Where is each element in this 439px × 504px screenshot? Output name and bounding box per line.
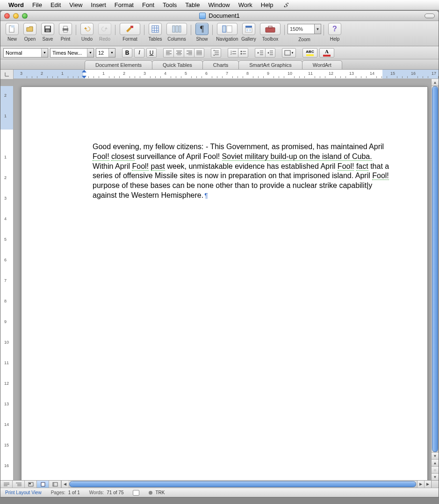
navigation-button[interactable]: Navigation: [216, 23, 239, 42]
align-justify-button[interactable]: [194, 48, 204, 58]
first-line-indent-marker[interactable]: [82, 70, 86, 72]
outline-view-button[interactable]: [13, 481, 25, 488]
notebook-view-button[interactable]: [49, 481, 61, 488]
hscroll-thumb[interactable]: [69, 481, 416, 487]
next-page-button[interactable]: ▼: [432, 473, 439, 480]
bold-button[interactable]: B: [122, 48, 132, 58]
tab-quick-tables[interactable]: Quick Tables: [152, 60, 203, 69]
vscroll-track[interactable]: [432, 86, 439, 452]
zoom-input[interactable]: 150%: [288, 24, 315, 34]
page-canvas[interactable]: Good evening, my fellow citizens: - This…: [14, 79, 431, 480]
show-button[interactable]: ¶Show: [194, 23, 210, 42]
borders-button[interactable]: ▼: [282, 48, 296, 58]
format-button[interactable]: Format: [118, 23, 142, 42]
words-status[interactable]: Words:71 of 75: [89, 490, 124, 495]
redo-button[interactable]: Redo: [97, 23, 113, 42]
gallery-button[interactable]: Gallery: [241, 23, 257, 42]
vertical-scrollbar[interactable]: ▲ ▼ ▲ ○ ▼: [431, 79, 439, 480]
print-button[interactable]: Print: [58, 23, 73, 42]
browse-object-button[interactable]: ○: [432, 466, 439, 473]
toolbar-toggle-button[interactable]: [425, 14, 435, 18]
size-input[interactable]: [96, 49, 108, 57]
view-buttons: [0, 481, 61, 488]
style-input[interactable]: [4, 49, 41, 57]
scroll-right-button[interactable]: ▶: [417, 481, 424, 488]
tab-document-elements[interactable]: Document Elements: [85, 60, 152, 69]
decrease-indent-button[interactable]: [255, 48, 265, 58]
scroll-up-button[interactable]: ▲: [432, 79, 439, 86]
numbered-list-button[interactable]: 12: [228, 48, 238, 58]
menu-view[interactable]: View: [69, 1, 82, 8]
align-left-button[interactable]: [163, 48, 173, 58]
scroll-left-button[interactable]: ◀: [61, 481, 68, 488]
menu-edit[interactable]: Edit: [50, 1, 61, 8]
menu-help[interactable]: Help: [261, 1, 273, 8]
script-menu-icon[interactable]: 𝓢: [284, 1, 288, 9]
print-layout-view-button[interactable]: [37, 481, 49, 488]
zoom-dropdown[interactable]: ▼: [315, 24, 321, 34]
tab-wordart[interactable]: WordArt: [302, 60, 342, 69]
bullet-list-button[interactable]: [238, 48, 248, 58]
undo-button[interactable]: Undo: [79, 23, 95, 42]
vertical-ruler[interactable]: 2112345678910111213141516: [0, 79, 14, 480]
menu-table[interactable]: Table: [185, 1, 200, 8]
help-button[interactable]: ?Help: [327, 23, 343, 42]
menu-insert[interactable]: Insert: [91, 1, 106, 8]
menu-format[interactable]: Format: [115, 1, 134, 8]
style-dropdown[interactable]: ▼: [41, 49, 48, 57]
tab-charts[interactable]: Charts: [202, 60, 239, 69]
menu-window[interactable]: Window: [208, 1, 230, 8]
line-spacing-button[interactable]: [211, 48, 221, 58]
font-combo[interactable]: ▼: [50, 48, 94, 58]
size-dropdown[interactable]: ▼: [108, 49, 115, 57]
horizontal-ruler[interactable]: /*ticks generated below*/ 32112345678910…: [14, 70, 439, 79]
save-button[interactable]: Save: [40, 23, 56, 42]
toolbox-button[interactable]: Toolbox: [259, 23, 282, 42]
highlight-button[interactable]: ABC: [302, 48, 317, 58]
scroll-right2-button[interactable]: ▶: [424, 481, 431, 488]
draft-view-button[interactable]: [0, 481, 13, 488]
spellcheck-status[interactable]: [133, 490, 139, 496]
menu-tools[interactable]: Tools: [163, 1, 177, 8]
paragraph[interactable]: Good evening, my fellow citizens: - This…: [93, 142, 390, 201]
align-right-button[interactable]: [184, 48, 194, 58]
size-combo[interactable]: ▼: [96, 48, 115, 58]
italic-button[interactable]: I: [134, 48, 144, 58]
svg-rect-66: [29, 483, 31, 484]
font-color-button[interactable]: A: [319, 48, 334, 58]
underline-button[interactable]: U: [146, 48, 157, 58]
vscroll-thumb[interactable]: [432, 86, 438, 452]
status-bar: Print Layout View Pages:1 of 1 Words:71 …: [0, 488, 439, 497]
ruler-tick: 5: [185, 71, 187, 76]
svg-rect-22: [249, 29, 251, 31]
svg-rect-9: [152, 26, 158, 32]
new-button[interactable]: New: [4, 23, 20, 42]
title-bar[interactable]: Document1: [0, 11, 439, 21]
style-combo[interactable]: ▼: [3, 48, 48, 58]
track-changes-status[interactable]: TRK: [149, 490, 165, 495]
tables-button[interactable]: Tables: [147, 23, 163, 42]
tab-well[interactable]: [0, 70, 14, 79]
publishing-view-button[interactable]: [25, 481, 37, 488]
font-input[interactable]: [50, 49, 87, 57]
app-menu[interactable]: Word: [8, 1, 24, 8]
prev-page-button[interactable]: ▲: [432, 459, 439, 466]
mac-menubar[interactable]: Word File Edit View Insert Format Font T…: [0, 0, 439, 10]
pages-status[interactable]: Pages:1 of 1: [51, 490, 80, 495]
increase-indent-button[interactable]: [265, 48, 275, 58]
view-name-status[interactable]: Print Layout View: [5, 490, 42, 495]
scroll-down-button[interactable]: ▼: [432, 452, 439, 459]
menu-file[interactable]: File: [32, 1, 42, 8]
hanging-indent-marker[interactable]: [82, 76, 86, 79]
align-center-button[interactable]: [173, 48, 184, 58]
open-button[interactable]: Open: [22, 23, 38, 42]
menu-font[interactable]: Font: [142, 1, 154, 8]
document-body[interactable]: Good evening, my fellow citizens: - This…: [22, 87, 427, 201]
ruler-tick: 6: [4, 258, 7, 262]
hscroll-track[interactable]: [68, 481, 417, 488]
tab-smartart[interactable]: SmartArt Graphics: [238, 60, 302, 69]
menu-work[interactable]: Work: [238, 1, 252, 8]
font-dropdown[interactable]: ▼: [87, 49, 94, 57]
columns-button[interactable]: Columns: [165, 23, 188, 42]
resize-grip[interactable]: [431, 481, 439, 488]
